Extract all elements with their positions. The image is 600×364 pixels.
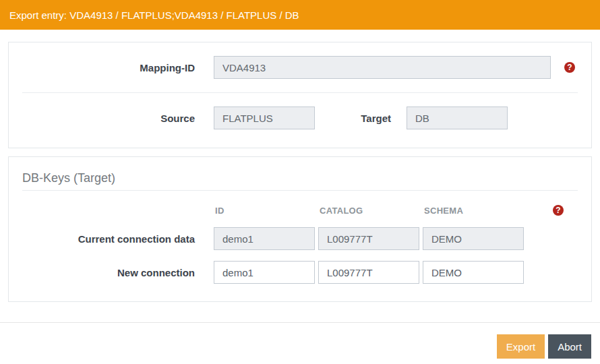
mapping-panel: Mapping-ID ? Source Target	[8, 42, 592, 148]
db-keys-title: DB-Keys (Target)	[22, 171, 578, 185]
help-icon[interactable]: ?	[564, 62, 575, 73]
new-catalog-input[interactable]	[318, 261, 419, 284]
question-mark-glyph: ?	[567, 63, 572, 72]
column-header-schema: SCHEMA	[423, 206, 524, 216]
db-keys-title-divider	[22, 190, 578, 191]
question-mark-glyph: ?	[556, 206, 560, 215]
column-headers: ID CATALOG SCHEMA ?	[214, 205, 564, 216]
new-schema-input[interactable]	[423, 261, 524, 284]
mapping-id-input	[214, 56, 551, 79]
help-icon[interactable]: ?	[553, 205, 564, 216]
current-connection-label: Current connection data	[22, 233, 195, 245]
source-target-row: Source Target	[22, 107, 578, 129]
abort-button[interactable]: Abort	[548, 334, 591, 359]
current-connection-row: Current connection data	[22, 227, 578, 250]
mapping-id-label: Mapping-ID	[22, 62, 195, 73]
source-input	[214, 107, 315, 129]
panel-divider	[22, 92, 578, 93]
db-keys-column-header-row: ID CATALOG SCHEMA ?	[22, 205, 578, 216]
target-label: Target	[315, 113, 391, 124]
current-schema-input	[423, 227, 524, 250]
new-id-input[interactable]	[214, 261, 315, 284]
export-button[interactable]: Export	[497, 334, 545, 359]
new-connection-row: New connection	[22, 261, 578, 284]
target-input	[407, 107, 508, 129]
dialog-titlebar: Export entry: VDA4913 / FLATPLUS;VDA4913…	[0, 0, 600, 30]
current-id-input	[214, 227, 315, 250]
source-label: Source	[22, 113, 195, 124]
current-catalog-input	[318, 227, 419, 250]
db-keys-panel: DB-Keys (Target) ID CATALOG SCHEMA ? Cur…	[8, 156, 592, 302]
new-connection-inputs	[214, 261, 524, 284]
column-header-catalog: CATALOG	[318, 206, 419, 216]
mapping-id-row: Mapping-ID ?	[22, 56, 578, 79]
new-connection-label: New connection	[22, 267, 195, 278]
footer-actions: Export Abort	[0, 323, 600, 359]
current-connection-inputs	[214, 227, 524, 250]
dialog-title: Export entry: VDA4913 / FLATPLUS;VDA4913…	[9, 9, 299, 21]
column-header-id: ID	[214, 206, 315, 216]
